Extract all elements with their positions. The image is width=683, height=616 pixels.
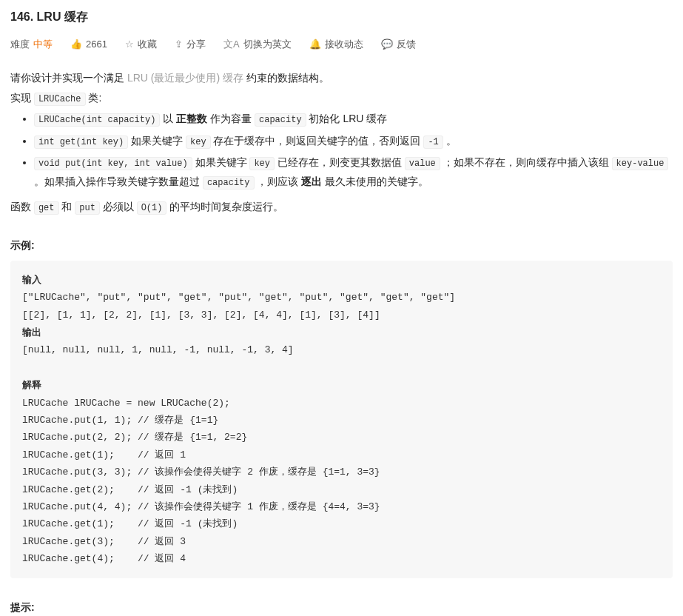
explain-label: 解释 [22,379,41,390]
example-heading: 示例: [10,237,673,253]
method-item-get: int get(int key) 如果关键字 key 存在于缓存中，则返回关键字… [34,132,673,151]
code-put2: put [75,201,100,215]
switch-lang-label: 切换为英文 [243,37,292,53]
favorite-label: 收藏 [138,37,157,53]
code-constructor: LRUCache(int capacity) [34,113,160,127]
method-list: LRUCache(int capacity) 以 正整数 作为容量 capaci… [10,110,673,191]
code-minus1: -1 [423,135,443,149]
bell-icon: 🔔 [309,37,321,53]
code-key: key [186,135,211,149]
switch-lang-button[interactable]: 文A 切换为英文 [223,37,292,53]
feedback-button[interactable]: 💬 反馈 [381,37,416,53]
code-key2: key [249,157,275,170]
class-name: LRUCache [34,93,86,106]
input-line-1: ["LRUCache", "put", "put", "get", "put",… [22,292,455,303]
example-block: 输入 ["LRUCache", "put", "put", "get", "pu… [10,261,673,578]
code-get2: get [34,201,59,215]
problem-title: 146. LRU 缓存 [10,7,673,27]
code-o1: O(1) [137,201,167,215]
problem-description: 请你设计并实现一个满足 LRU (最近最少使用) 缓存 约束的数据结构。 实现 … [10,70,673,215]
code-capacity2: capacity [203,176,255,190]
favorite-button[interactable]: ☆ 收藏 [125,37,157,53]
like-count: 2661 [86,37,107,53]
star-icon: ☆ [125,37,134,53]
meta-row: 难度 中等 👍 2661 ☆ 收藏 ⇪ 分享 文A 切换为英文 🔔 接收动态 💬… [10,37,673,53]
subscribe-label: 接收动态 [325,37,363,53]
desc-line-1: 请你设计并实现一个满足 LRU (最近最少使用) 缓存 约束的数据结构。 [10,70,673,86]
input-line-2: [[2], [1, 1], [2, 2], [1], [3, 3], [2], … [22,309,380,321]
method-item-constructor: LRUCache(int capacity) 以 正整数 作为容量 capaci… [34,110,673,129]
like-button[interactable]: 👍 2661 [70,37,107,53]
share-icon: ⇪ [175,37,183,53]
code-value: value [405,157,440,170]
output-line-1: [null, null, null, 1, null, -1, null, -1… [22,344,294,355]
thumbs-up-icon: 👍 [70,37,82,53]
code-kv: key-value [612,157,669,170]
desc-line-3: 函数 get 和 put 必须以 O(1) 的平均时间复杂度运行。 [10,198,673,215]
share-label: 分享 [186,37,206,53]
input-label: 输入 [22,274,41,285]
explain-body: LRUCache lRUCache = new LRUCache(2); lRU… [22,398,380,565]
method-item-put: void put(int key, int value) 如果关键字 key 已… [34,153,673,191]
bold-positive-int: 正整数 [176,113,207,124]
lru-expansion: LRU (最近最少使用) 缓存 [127,72,243,84]
feedback-label: 反馈 [397,37,416,53]
translate-icon: 文A [223,37,240,53]
subscribe-button[interactable]: 🔔 接收动态 [309,37,363,53]
comment-icon: 💬 [381,37,393,53]
bold-evict: 逐出 [301,175,322,187]
difficulty: 难度 中等 [10,37,53,53]
hints-heading: 提示: [10,599,673,615]
difficulty-label: 难度 [10,37,30,53]
share-button[interactable]: ⇪ 分享 [175,37,206,53]
output-label: 输出 [22,327,41,338]
desc-line-2: 实现 LRUCache 类: [10,90,673,107]
code-get: int get(int key) [34,135,128,149]
difficulty-value: 中等 [33,37,53,53]
code-put: void put(int key, int value) [34,157,192,170]
code-capacity: capacity [255,113,306,127]
